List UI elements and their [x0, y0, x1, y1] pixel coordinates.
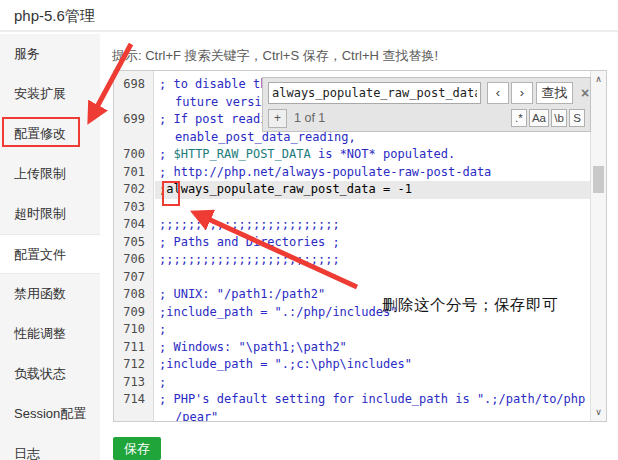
code-token: ;always_populate_raw_post_data = -1	[159, 182, 412, 196]
code-token: ;include_path = ".:/php/includes"	[159, 305, 397, 319]
sidebar: 服务安装扩展配置修改上传限制超时限制配置文件禁用函数性能调整负载状态Sessio…	[0, 34, 100, 460]
save-button[interactable]: 保存	[113, 437, 161, 460]
main-content: 提示: Ctrl+F 搜索关键字，Ctrl+S 保存，Ctrl+H 查找替换! …	[100, 34, 618, 460]
search-next-button[interactable]: ›	[511, 82, 533, 104]
code-token: /pear"	[175, 410, 218, 422]
php-manager-window: php-5.6管理 服务安装扩展配置修改上传限制超时限制配置文件禁用函数性能调整…	[0, 0, 618, 460]
line-number	[114, 409, 153, 423]
search-option-2[interactable]: \b	[551, 109, 567, 127]
shortcut-hint: 提示: Ctrl+F 搜索关键字，Ctrl+S 保存，Ctrl+H 查找替换!	[112, 47, 438, 65]
sidebar-item-10[interactable]: 日志	[0, 434, 100, 460]
code-line-700[interactable]: ; $HTTP_RAW_POST_DATA is *NOT* populated…	[155, 146, 590, 164]
code-line-706[interactable]: ;;;;;;;;;;;;;;;;;;;;;;;;;	[155, 251, 590, 269]
sidebar-item-1[interactable]: 安装扩展	[0, 74, 100, 114]
search-close-icon[interactable]: ×	[578, 84, 592, 102]
code-line-703[interactable]	[155, 199, 590, 217]
code-line-709[interactable]: ;include_path = ".:/php/includes"	[155, 304, 590, 322]
code-line-704[interactable]: ;;;;;;;;;;;;;;;;;;;;;;;;;	[155, 216, 590, 234]
code-token: ;include_path = ".;c:\php\includes"	[159, 357, 412, 371]
search-panel: ‹ › 查找 × + 1 of 1 .*Aa\bS	[262, 77, 591, 132]
sidebar-item-2[interactable]: 配置修改	[0, 114, 100, 154]
window-header: php-5.6管理	[0, 0, 618, 32]
line-number	[114, 129, 153, 147]
sidebar-item-0[interactable]: 服务	[0, 34, 100, 74]
line-number: 701	[114, 164, 153, 182]
line-number-gutter: 6986997007017027037047057067077087097107…	[114, 71, 154, 421]
code-token: ; UNIX: "/path1:/path2"	[159, 287, 325, 301]
code-token: ; http://php.net/always-populate-raw-pos…	[159, 165, 491, 179]
search-find-button[interactable]: 查找	[536, 82, 573, 104]
sidebar-item-5[interactable]: 配置文件	[0, 234, 100, 274]
code-token: ; PHP's default setting for include_path…	[159, 392, 585, 406]
code-line-714[interactable]: ; PHP's default setting for include_path…	[155, 391, 590, 409]
code-line-702[interactable]: ;always_populate_raw_post_data = -1	[155, 181, 590, 199]
search-option-3[interactable]: S	[569, 109, 585, 127]
code-token: ;	[159, 322, 166, 336]
line-number: 708	[114, 286, 153, 304]
search-prev-button[interactable]: ‹	[487, 82, 509, 104]
code-token: ;	[159, 147, 173, 161]
sidebar-item-4[interactable]: 超时限制	[0, 194, 100, 234]
code-token: ; Paths and Directories ;	[159, 235, 340, 249]
sidebar-item-3[interactable]: 上传限制	[0, 154, 100, 194]
search-options: .*Aa\bS	[511, 109, 585, 128]
line-number: 703	[114, 199, 153, 217]
line-number: 714	[114, 391, 153, 409]
line-number	[114, 94, 153, 112]
code-line-cont[interactable]: /pear"	[155, 409, 590, 422]
code-line-701[interactable]: ; http://php.net/always-populate-raw-pos…	[155, 164, 590, 182]
line-number: 707	[114, 269, 153, 287]
search-input[interactable]	[268, 82, 481, 104]
code-editor[interactable]: 6986997007017027037047057067077087097107…	[113, 70, 607, 422]
code-token: ;;;;;;;;;;;;;;;;;;;;;;;;;	[159, 252, 340, 266]
code-line-708[interactable]: ; UNIX: "/path1:/path2"	[155, 286, 590, 304]
code-line-705[interactable]: ; Paths and Directories ;	[155, 234, 590, 252]
line-number: 698	[114, 76, 153, 94]
scrollbar-thumb[interactable]	[593, 166, 604, 193]
code-token: $HTTP_RAW_POST_DATA	[173, 147, 310, 161]
line-number: 702	[114, 181, 153, 199]
search-option-0[interactable]: .*	[511, 109, 527, 127]
sidebar-item-9[interactable]: Session配置	[0, 394, 100, 434]
line-number: 705	[114, 234, 153, 252]
line-number: 706	[114, 251, 153, 269]
page-title: php-5.6管理	[0, 0, 618, 31]
code-token: ;;;;;;;;;;;;;;;;;;;;;;;;;	[159, 217, 340, 231]
search-match-count: 1 of 1	[294, 109, 325, 128]
code-token: is *NOT* populated.	[311, 147, 456, 161]
code-line-707[interactable]	[155, 269, 590, 287]
code-line-711[interactable]: ; Windows: "\path1;\path2"	[155, 339, 590, 357]
line-number: 710	[114, 321, 153, 339]
search-option-1[interactable]: Aa	[529, 109, 549, 127]
code-line-713[interactable]: ;	[155, 374, 590, 392]
sidebar-item-8[interactable]: 负载状态	[0, 354, 100, 394]
line-number: 713	[114, 374, 153, 392]
search-expand-button[interactable]: +	[268, 109, 287, 128]
sidebar-item-6[interactable]: 禁用函数	[0, 274, 100, 314]
scroll-down-icon[interactable]: ∨	[591, 405, 606, 420]
line-number: 711	[114, 339, 153, 357]
line-number: 700	[114, 146, 153, 164]
line-number: 704	[114, 216, 153, 234]
line-number: 699	[114, 111, 153, 129]
editor-scrollbar[interactable]: ∧ ∨	[590, 71, 606, 421]
code-token: ; Windows: "\path1;\path2"	[159, 340, 347, 354]
code-line-712[interactable]: ;include_path = ".;c:\php\includes"	[155, 356, 590, 374]
line-number: 709	[114, 304, 153, 322]
scroll-up-icon[interactable]: ∧	[591, 72, 606, 87]
line-number: 712	[114, 356, 153, 374]
sidebar-item-7[interactable]: 性能调整	[0, 314, 100, 354]
code-token: ;	[159, 375, 166, 389]
code-line-710[interactable]: ;	[155, 321, 590, 339]
